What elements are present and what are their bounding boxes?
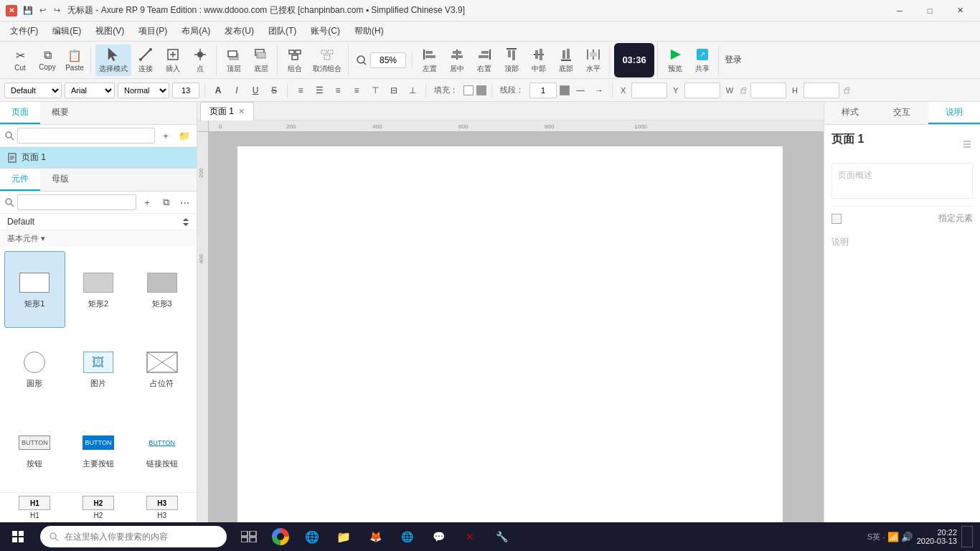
align-top-btn[interactable]: 顶部 <box>499 44 524 76</box>
align-center-btn[interactable]: 居中 <box>444 44 470 76</box>
point-btn[interactable]: 点 <box>187 44 213 76</box>
align-middle-text-btn[interactable]: ⊟ <box>386 83 402 98</box>
assign-checkbox[interactable] <box>831 214 842 224</box>
justify-btn[interactable]: ≡ <box>349 83 364 98</box>
tab-notes[interactable]: 说明 <box>928 102 980 124</box>
widget-h1[interactable]: H1 H1 <box>4 496 65 519</box>
widget-rect2[interactable]: 矩形2 <box>68 251 129 328</box>
line-style-btn[interactable]: — <box>573 83 588 98</box>
w-input[interactable] <box>750 83 786 98</box>
align-middle-btn[interactable]: 中部 <box>526 44 552 76</box>
bold-btn[interactable]: A <box>210 83 226 98</box>
select-mode-btn[interactable]: 选择模式 <box>95 44 131 76</box>
copy-btn[interactable]: ⧉ Copy <box>34 47 60 73</box>
menu-layout[interactable]: 布局(A) <box>174 22 217 40</box>
menu-publish[interactable]: 发布(U) <box>217 22 261 40</box>
tab-components[interactable]: 元件 <box>0 169 40 191</box>
maximize-btn[interactable]: □ <box>915 1 944 21</box>
align-top-text-btn[interactable]: ⊤ <box>367 83 383 98</box>
canvas-viewport[interactable]: 0 200 400 600 800 1000 200 400 <box>197 121 824 522</box>
app4-btn[interactable]: ✕ <box>455 522 485 551</box>
lib-arrows[interactable] <box>182 217 189 227</box>
widget-link-btn[interactable]: BUTTON 链接按钮 <box>131 411 192 488</box>
app3-btn[interactable]: 💬 <box>423 522 453 551</box>
top-layer-btn[interactable]: 顶层 <box>221 44 247 76</box>
insert-btn[interactable]: 插入 <box>160 44 186 76</box>
add-page-btn[interactable]: + <box>158 128 174 143</box>
tab-style[interactable]: 样式 <box>824 102 876 124</box>
tab-pages[interactable]: 页面 <box>0 102 40 124</box>
line-width-input[interactable] <box>529 83 557 98</box>
align-left-text-btn[interactable]: ≡ <box>293 83 308 98</box>
fill-color-swatch2[interactable] <box>476 85 486 95</box>
widget-button[interactable]: BUTTON 按钮 <box>4 411 65 488</box>
edge-btn[interactable]: 🌐 <box>297 522 327 551</box>
widget-h2[interactable]: H2 H2 <box>68 496 129 519</box>
tab-interaction[interactable]: 交互 <box>876 102 928 124</box>
widget-circle[interactable]: 圆形 <box>4 331 65 408</box>
menu-view[interactable]: 视图(V) <box>88 22 131 40</box>
start-btn[interactable] <box>0 522 36 551</box>
tab-masters[interactable]: 母版 <box>40 169 80 191</box>
align-left-btn[interactable]: 左置 <box>417 44 443 76</box>
menu-edit[interactable]: 编辑(E) <box>45 22 88 40</box>
widget-primary-btn[interactable]: BUTTON 主要按钮 <box>68 411 129 488</box>
settings-icon[interactable] <box>961 138 973 149</box>
app2-btn[interactable]: 🌐 <box>392 522 422 551</box>
underline-btn[interactable]: U <box>248 83 263 98</box>
bottom-layer-btn[interactable]: 底层 <box>248 44 274 76</box>
comp-search-input[interactable] <box>17 194 136 210</box>
minimize-btn[interactable]: ─ <box>885 1 914 21</box>
close-btn[interactable]: ✕ <box>946 1 974 21</box>
tab-outline[interactable]: 概要 <box>40 102 80 124</box>
group-btn[interactable]: 组合 <box>282 44 308 76</box>
preview-btn[interactable]: 预览 <box>662 44 688 76</box>
line-color-swatch[interactable] <box>560 85 570 95</box>
widget-rect1[interactable]: 矩形1 <box>4 251 65 328</box>
widget-placeholder[interactable]: 占位符 <box>131 331 192 408</box>
paste-btn[interactable]: 📋 Paste <box>62 47 88 74</box>
copy-comp-btn[interactable]: ⧉ <box>158 194 174 210</box>
widget-h3[interactable]: H3 H3 <box>131 496 192 519</box>
widget-image[interactable]: 🖼 图片 <box>68 331 129 408</box>
tab-close-icon[interactable]: ✕ <box>238 107 245 116</box>
pages-search-input[interactable] <box>17 128 155 143</box>
menu-team[interactable]: 团队(T) <box>261 22 303 40</box>
strikethrough-btn[interactable]: S <box>266 83 282 98</box>
app5-btn[interactable]: 🔧 <box>486 522 517 551</box>
show-desktop-btn[interactable] <box>961 526 973 547</box>
align-right-btn[interactable]: 右置 <box>471 44 497 76</box>
window-controls[interactable]: ─ □ ✕ <box>885 1 974 21</box>
app1-btn[interactable]: 🦊 <box>360 522 390 551</box>
zoom-input[interactable] <box>370 52 406 68</box>
cut-btn[interactable]: ✂ Cut <box>7 47 33 74</box>
align-right-text-btn[interactable]: ≡ <box>330 83 346 98</box>
taskbar-search-input[interactable] <box>65 532 218 542</box>
canvas-page[interactable] <box>237 146 783 522</box>
x-input[interactable] <box>631 83 667 98</box>
undo-btn[interactable]: ↩ <box>37 6 47 16</box>
font-size-input[interactable] <box>172 83 199 98</box>
explorer-btn[interactable]: 📁 <box>329 522 359 551</box>
add-folder-btn[interactable]: 📁 <box>176 128 192 143</box>
fill-color-swatch[interactable] <box>463 85 473 95</box>
menu-account[interactable]: 账号(C) <box>303 22 347 40</box>
taskbar-search-box[interactable] <box>40 526 227 547</box>
connect-btn[interactable]: 连接 <box>133 44 159 76</box>
distribute-h-btn[interactable]: 水平 <box>580 44 606 76</box>
tray-lang[interactable]: S英 <box>867 532 880 542</box>
align-bottom-text-btn[interactable]: ⊥ <box>405 83 420 98</box>
page-item-1[interactable]: 页面 1 <box>0 147 197 168</box>
page-description-area[interactable]: 页面概述 <box>831 163 973 199</box>
menu-project[interactable]: 项目(P) <box>131 22 174 40</box>
style-select[interactable]: Default <box>4 83 62 98</box>
menu-file[interactable]: 文件(F) <box>3 22 45 40</box>
title-bar-controls[interactable]: 💾 ↩ ↪ <box>23 6 62 16</box>
menu-help[interactable]: 帮助(H) <box>347 22 391 40</box>
canvas-content[interactable] <box>209 132 824 522</box>
y-input[interactable] <box>684 83 720 98</box>
canvas-tab-1[interactable]: 页面 1 ✕ <box>200 102 254 121</box>
share-btn[interactable]: ↗ 共享 <box>689 44 715 76</box>
ungroup-btn[interactable]: 取消组合 <box>309 44 345 76</box>
redo-btn[interactable]: ↪ <box>52 6 62 16</box>
